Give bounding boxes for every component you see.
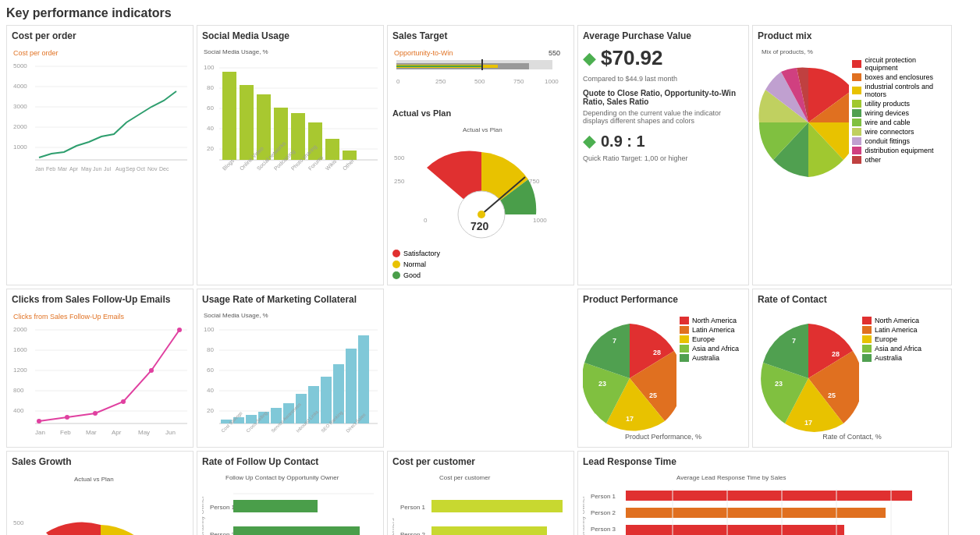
- svg-text:23: 23: [598, 380, 606, 388]
- svg-text:Feb: Feb: [60, 429, 71, 436]
- svg-rect-120: [358, 335, 369, 423]
- svg-text:Jun: Jun: [165, 429, 176, 436]
- rc-legend-eu: Europe: [862, 335, 921, 343]
- svg-text:Person 2: Person 2: [400, 531, 426, 535]
- svg-text:720: 720: [470, 220, 489, 232]
- svg-text:Average Lead Response Time by : Average Lead Response Time by Sales: [676, 474, 786, 481]
- marketing-svg: Social Media Usage, % 100 80 60 40 20: [202, 308, 380, 441]
- legend-other: other: [852, 156, 946, 164]
- svg-text:Actual vs Plan: Actual vs Plan: [74, 476, 114, 483]
- product-perf-title: Product Performance: [583, 294, 744, 305]
- svg-rect-196: [626, 491, 912, 501]
- svg-text:Opportunity Owner: Opportunity Owner: [583, 496, 586, 535]
- svg-text:500: 500: [13, 519, 24, 526]
- svg-point-88: [121, 399, 126, 404]
- svg-text:25: 25: [649, 392, 657, 399]
- product-perf-subtitle: Product Performance, %: [583, 433, 744, 441]
- pp-legend-asia: Asia and Africa: [680, 345, 739, 353]
- follow-up-svg: Follow Up Contact by Opportunity Owner O…: [202, 470, 380, 535]
- svg-text:0: 0: [424, 217, 428, 224]
- svg-point-66: [478, 211, 485, 218]
- svg-text:May: May: [138, 429, 150, 436]
- actual-vs-plan-title: Actual vs Plan: [392, 108, 569, 118]
- pp-legend-eu: Europe: [680, 335, 739, 343]
- pp-legend-la: Latin America: [680, 326, 739, 334]
- svg-text:17: 17: [626, 415, 634, 423]
- legend-satisfactory: Satisfactory: [392, 250, 569, 257]
- svg-text:Dec: Dec: [159, 166, 169, 172]
- svg-text:1000: 1000: [13, 143, 27, 151]
- svg-text:Jan: Jan: [35, 429, 45, 436]
- lead-response-title: Lead Response Time: [583, 456, 943, 467]
- sales-target-svg: Opportunity-to-Win 550 0 250 500 750 100…: [392, 44, 570, 107]
- svg-text:Person 1: Person 1: [210, 504, 236, 511]
- svg-point-87: [93, 411, 98, 416]
- svg-text:20: 20: [207, 145, 214, 152]
- svg-text:Oct: Oct: [137, 166, 145, 172]
- svg-text:Clicks from Sales Follow-Up Em: Clicks from Sales Follow-Up Emails: [13, 313, 125, 321]
- legend-circuit: circuit protection equipment: [852, 56, 946, 72]
- svg-text:Cost per customer: Cost per customer: [439, 474, 491, 481]
- dashboard: Key performance indicators Cost per orde…: [0, 0, 980, 535]
- svg-text:2000: 2000: [13, 326, 27, 333]
- sales-growth-title: Sales Growth: [12, 456, 188, 467]
- rc-legend-aus: Australia: [862, 354, 921, 362]
- legend-wire-cable: wire and cable: [852, 119, 946, 126]
- svg-text:Actual vs Plan: Actual vs Plan: [463, 126, 502, 133]
- svg-text:5000: 5000: [13, 62, 27, 69]
- clicks-svg: Clicks from Sales Follow-Up Emails 2000 …: [12, 308, 190, 441]
- svg-text:Person 1: Person 1: [591, 493, 616, 500]
- svg-text:Social Media Usage, %: Social Media Usage, %: [204, 312, 268, 319]
- svg-text:Jan: Jan: [35, 166, 44, 172]
- svg-text:Sep: Sep: [126, 166, 136, 172]
- svg-text:400: 400: [13, 407, 24, 414]
- legend-utility: utility products: [852, 100, 946, 108]
- svg-text:250: 250: [394, 178, 405, 185]
- svg-rect-40: [325, 139, 339, 160]
- svg-text:500: 500: [394, 154, 405, 161]
- rc-legend-la: Latin America: [862, 326, 921, 334]
- marketing-collateral-chart: Usage Rate of Marketing Collateral Socia…: [197, 289, 384, 448]
- svg-rect-35: [240, 85, 254, 160]
- svg-point-85: [37, 419, 41, 423]
- svg-text:28: 28: [832, 350, 840, 358]
- svg-text:1000: 1000: [533, 217, 547, 224]
- svg-rect-180: [431, 526, 547, 535]
- svg-text:17: 17: [804, 419, 812, 427]
- svg-rect-178: [431, 500, 563, 512]
- svg-rect-162: [233, 526, 360, 535]
- legend-normal: Normal: [392, 260, 569, 268]
- svg-text:80: 80: [207, 346, 214, 353]
- svg-rect-55: [396, 66, 482, 67]
- svg-text:750: 750: [513, 78, 524, 85]
- cost-customer-svg: Cost per customer Customers 0 500 1000 1…: [392, 470, 570, 535]
- svg-text:80: 80: [207, 84, 214, 91]
- svg-text:Aug: Aug: [115, 166, 126, 172]
- svg-text:Opportunity-to-Win: Opportunity-to-Win: [394, 49, 453, 57]
- svg-text:Mix of products, %: Mix of products, %: [762, 48, 813, 55]
- svg-text:4000: 4000: [13, 83, 27, 90]
- lead-response-chart: Lead Response Time Average Lead Response…: [577, 451, 949, 535]
- svg-text:7: 7: [792, 337, 796, 345]
- svg-rect-119: [346, 349, 357, 423]
- svg-text:40: 40: [207, 387, 214, 394]
- svg-text:Apr: Apr: [69, 166, 79, 172]
- product-mix-svg: Mix of products, %: [758, 44, 849, 177]
- ratio-title: Quote to Close Ratio, Opportunity-to-Win…: [583, 89, 744, 106]
- svg-text:7: 7: [612, 337, 616, 345]
- svg-text:23: 23: [775, 380, 783, 388]
- svg-text:0: 0: [396, 78, 400, 85]
- row-3: Sales Growth Actual vs Plan 500 250 720 …: [6, 451, 974, 535]
- social-media-chart: Social Media Usage Social Media Usage, %…: [197, 25, 384, 285]
- dashboard-title: Key performance indicators: [6, 6, 974, 20]
- rate-contact-subtitle: Rate of Contact, %: [758, 433, 946, 441]
- svg-text:100: 100: [204, 326, 215, 333]
- svg-text:Customers: Customers: [392, 518, 396, 535]
- avg-purchase-chart: Average Purchase Value ◆ $70.92 Compared…: [577, 25, 749, 285]
- svg-text:Social Media Usage, %: Social Media Usage, %: [204, 48, 268, 55]
- ratio-value: 0.9 : 1: [601, 133, 645, 151]
- svg-text:550: 550: [549, 49, 560, 57]
- kpi-value: $70.92: [601, 46, 663, 70]
- lead-response-svg: Average Lead Response Time by Sales Oppo…: [583, 470, 945, 535]
- svg-text:Apr: Apr: [112, 429, 122, 436]
